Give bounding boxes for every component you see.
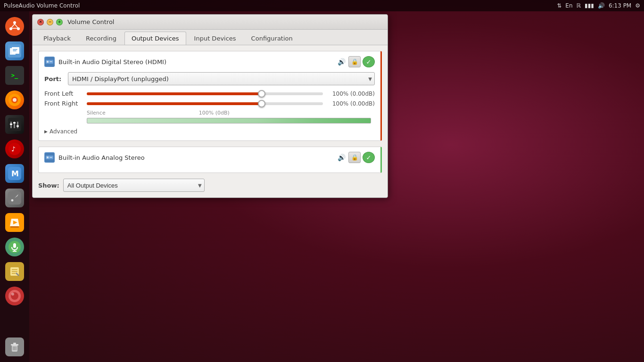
svg-rect-57 (50, 157, 52, 158)
hdmi-scale-silence: Silence (87, 110, 106, 116)
text-editor-icon (5, 262, 24, 281)
hdmi-front-right-fill (87, 102, 262, 105)
titlebar: ✕ − + Volume Control (33, 15, 388, 30)
sonic-icon: ♪ (5, 140, 24, 158)
trash-icon (5, 337, 24, 356)
sidebar-item-mixer[interactable] (3, 113, 26, 136)
sidebar-item-terminal[interactable]: >_ (3, 64, 26, 87)
tab-playback[interactable]: Playback (36, 32, 78, 45)
terminal-icon: >_ (5, 66, 24, 85)
analog-default-button[interactable]: ✓ (363, 152, 375, 163)
volume-icon: 🔊 (598, 2, 605, 9)
tools-icon (5, 189, 24, 207)
hdmi-front-left-value: 100% (0.00dB) (323, 90, 375, 97)
files-icon (5, 41, 24, 60)
svg-point-12 (13, 98, 17, 102)
svg-text:♪: ♪ (11, 145, 16, 153)
hdmi-advanced-toggle[interactable]: ▶ Advanced (44, 127, 375, 136)
sidebar-item-sonic[interactable]: ♪ (3, 138, 26, 160)
hdmi-front-right-slider[interactable] (87, 102, 323, 105)
show-select-wrapper: All Output Devices Hardware Output Devic… (63, 179, 205, 192)
hdmi-device-header: Built-in Audio Digital Stereo (HDMI) 🔊 🔒… (44, 56, 375, 67)
sidebar-item-app-ball[interactable] (3, 285, 26, 307)
topbar-title: PulseAudio Volume Control (4, 2, 80, 9)
analog-device-header: Built-in Audio Analog Stereo 🔊 🔒 ✓ (44, 152, 375, 163)
hdmi-front-left-thumb[interactable] (258, 90, 265, 98)
settings-icon[interactable]: ⚙ (635, 2, 640, 9)
tab-recording[interactable]: Recording (79, 32, 124, 45)
window-content: Built-in Audio Digital Stereo (HDMI) 🔊 🔒… (33, 45, 388, 197)
hdmi-device-icon (44, 57, 55, 67)
tab-bar: Playback Recording Output Devices Input … (33, 30, 388, 45)
microphone-icon (5, 238, 24, 256)
hdmi-level-bar (87, 118, 371, 123)
svg-rect-56 (47, 156, 49, 158)
minimize-button[interactable]: − (47, 19, 53, 25)
show-select[interactable]: All Output Devices Hardware Output Devic… (63, 179, 205, 192)
hdmi-port-label: Port: (44, 75, 68, 82)
vlc-icon (5, 213, 24, 232)
svg-point-1 (13, 21, 16, 24)
firefox-icon (5, 90, 24, 109)
svg-rect-17 (13, 122, 16, 123)
maximize-button[interactable]: + (56, 19, 63, 25)
window-title: Volume Control (67, 18, 114, 25)
svg-text:M: M (11, 169, 19, 178)
analog-device-name: Built-in Audio Analog Stereo (58, 154, 337, 161)
svg-rect-53 (50, 61, 52, 62)
analog-lock-button[interactable]: 🔒 (348, 152, 361, 163)
hdmi-port-row: Port: HDMI / DisplayPort (unplugged) ▼ (44, 72, 375, 85)
hdmi-level-bar-row (44, 118, 375, 123)
hdmi-scale-100: 100% (0dB) (106, 110, 323, 116)
sidebar-item-trash[interactable] (3, 336, 26, 358)
volume-control-window: ✕ − + Volume Control Playback Recording … (32, 14, 388, 198)
hdmi-front-right-row: Front Right 100% (0.00dB) (44, 100, 375, 107)
svg-rect-29 (10, 226, 19, 228)
hdmi-mute-button[interactable]: 🔊 (337, 57, 347, 66)
svg-rect-45 (11, 344, 18, 346)
sidebar-item-tools[interactable] (3, 187, 26, 209)
sidebar-item-musescore[interactable]: M (3, 162, 26, 185)
svg-point-2 (17, 27, 20, 30)
svg-rect-46 (13, 343, 16, 344)
hdmi-scale-labels: Silence 100% (0dB) (44, 110, 375, 116)
analog-mute-button[interactable]: 🔊 (337, 153, 347, 162)
hdmi-front-left-fill (87, 92, 262, 95)
hdmi-advanced-arrow: ▶ (44, 129, 48, 134)
tab-input-devices[interactable]: Input Devices (187, 32, 243, 45)
hdmi-lock-button[interactable]: 🔒 (348, 56, 361, 67)
svg-point-25 (11, 199, 14, 202)
show-label: Show: (38, 182, 59, 189)
svg-rect-52 (47, 61, 49, 63)
hdmi-port-select[interactable]: HDMI / DisplayPort (unplugged) (68, 72, 375, 85)
svg-point-42 (11, 293, 14, 296)
bluetooth-icon: ℝ (577, 2, 581, 9)
sidebar-item-vlc[interactable] (3, 211, 26, 234)
musescore-icon: M (5, 164, 24, 183)
hdmi-device-name: Built-in Audio Digital Stereo (HDMI) (58, 58, 337, 66)
lang-indicator: En (565, 2, 572, 9)
hdmi-port-select-wrapper: HDMI / DisplayPort (unplugged) ▼ (68, 72, 375, 85)
sidebar-item-microphone[interactable] (3, 236, 26, 258)
close-button[interactable]: ✕ (37, 19, 44, 25)
sidebar-item-files[interactable] (3, 40, 26, 62)
svg-rect-19 (17, 125, 19, 127)
keyboard-icon: ⇅ (557, 2, 561, 9)
tab-output-devices[interactable]: Output Devices (124, 32, 186, 45)
topbar-right: ⇅ En ℝ ▮▮▮ 🔊 6:13 PM ⚙ (557, 2, 640, 9)
sidebar: >_ ♪ (0, 11, 29, 362)
hdmi-front-right-thumb[interactable] (258, 100, 265, 107)
svg-rect-8 (13, 49, 17, 50)
mixer-icon (5, 115, 24, 134)
hdmi-advanced-label: Advanced (50, 128, 77, 135)
hdmi-front-left-label: Front Left (44, 90, 87, 97)
sidebar-item-ubuntu[interactable] (3, 15, 26, 38)
sidebar-item-firefox[interactable] (3, 89, 26, 111)
sidebar-item-text-editor[interactable] (3, 260, 26, 283)
hdmi-front-right-value: 100% (0.00dB) (323, 100, 375, 107)
hdmi-default-button[interactable]: ✓ (363, 56, 375, 67)
hdmi-front-right-label: Front Right (44, 100, 87, 107)
tab-configuration[interactable]: Configuration (244, 32, 300, 45)
hdmi-front-left-slider[interactable] (87, 92, 323, 95)
svg-rect-31 (13, 243, 16, 248)
